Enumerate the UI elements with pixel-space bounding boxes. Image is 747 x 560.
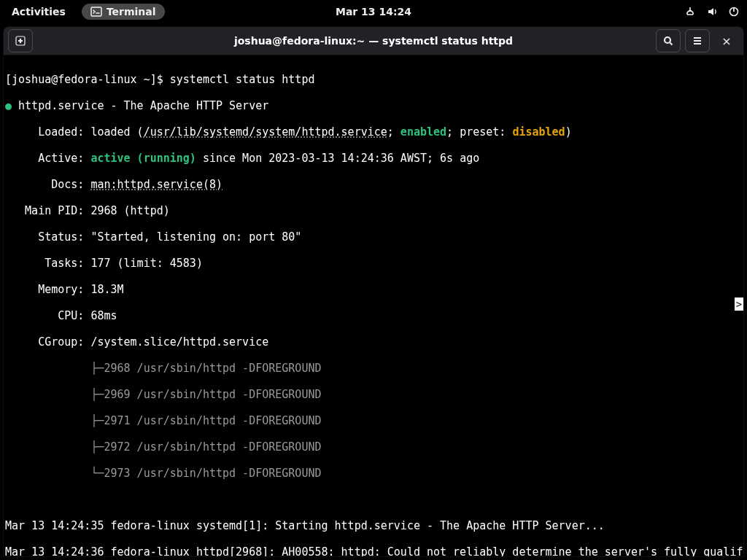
loaded-line: Loaded: loaded (/usr/lib/systemd/system/… (5, 125, 742, 139)
line-wrap-indicator: > (735, 298, 743, 311)
close-icon: × (721, 34, 731, 48)
svg-point-4 (665, 37, 670, 43)
close-button[interactable]: × (714, 29, 739, 52)
cgroup-proc: ├─2972 /usr/sbin/httpd -DFOREGROUND (5, 440, 742, 454)
active-line: Active: active (running) since Mon 2023-… (5, 152, 742, 165)
docs-line: Docs: man:httpd.service(8) (5, 178, 742, 191)
cgroup-proc: ├─2971 /usr/sbin/httpd -DFOREGROUND (5, 414, 742, 427)
memory-line: Memory: 18.3M (5, 283, 742, 296)
network-icon[interactable] (684, 6, 696, 18)
current-app-label: Terminal (107, 6, 156, 18)
log-line: Mar 13 14:24:36 fedora-linux httpd[2968]… (5, 545, 742, 557)
search-icon (662, 35, 674, 47)
power-icon[interactable] (728, 6, 740, 18)
cgroup-line: CGroup: /system.slice/httpd.service (5, 335, 742, 349)
cgroup-proc: ├─2968 /usr/sbin/httpd -DFOREGROUND (5, 362, 742, 375)
prompt-line: [joshua@fedora-linux ~]$ systemctl statu… (5, 73, 742, 86)
menu-button[interactable] (685, 29, 710, 52)
current-app-pill[interactable]: Terminal (82, 4, 165, 20)
mainpid-line: Main PID: 2968 (httpd) (5, 204, 742, 217)
tasks-line: Tasks: 177 (limit: 4583) (5, 257, 742, 270)
search-button[interactable] (656, 29, 681, 52)
volume-icon[interactable] (706, 6, 718, 18)
window-titlebar: joshua@fedora-linux:~ — systemctl status… (3, 26, 744, 55)
hamburger-icon (692, 35, 703, 47)
clock[interactable]: Mar 13 14:24 (336, 6, 411, 18)
blank-line (5, 493, 742, 506)
unit-line: ● httpd.service - The Apache HTTP Server (5, 99, 742, 112)
cpu-line: CPU: 68ms (5, 309, 742, 322)
status-line: Status: "Started, listening on: port 80" (5, 230, 742, 244)
new-tab-button[interactable] (8, 29, 33, 52)
log-line: Mar 13 14:24:35 fedora-linux systemd[1]:… (5, 519, 742, 532)
svg-rect-0 (91, 7, 101, 16)
cgroup-proc: └─2973 /usr/sbin/httpd -DFOREGROUND (5, 467, 742, 480)
activities-button[interactable]: Activities (7, 3, 70, 20)
terminal-area[interactable]: [joshua@fedora-linux ~]$ systemctl statu… (3, 55, 744, 557)
terminal-icon (90, 6, 102, 18)
cgroup-proc: ├─2969 /usr/sbin/httpd -DFOREGROUND (5, 388, 742, 401)
gnome-topbar: Activities Terminal Mar 13 14:24 (0, 0, 747, 23)
plus-icon (15, 35, 26, 47)
window-title: joshua@fedora-linux:~ — systemctl status… (234, 35, 513, 47)
